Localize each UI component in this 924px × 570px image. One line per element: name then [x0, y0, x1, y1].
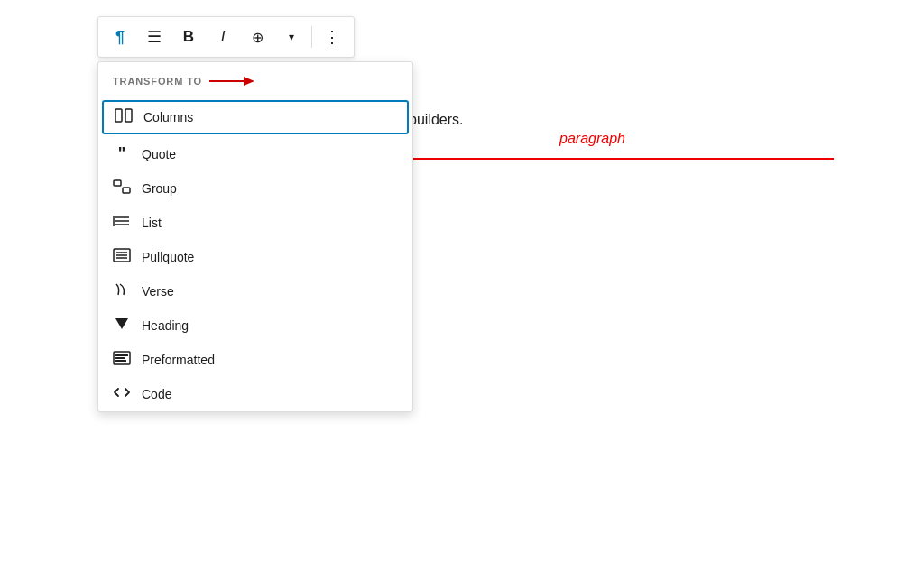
transform-item-verse[interactable]: Verse [98, 274, 412, 308]
transform-header-label: TRANSFORM TO [113, 76, 202, 87]
transform-item-pullquote-label: Pullquote [142, 250, 194, 264]
svg-rect-16 [116, 354, 128, 356]
svg-rect-5 [123, 188, 130, 193]
transform-item-heading[interactable]: Heading [98, 308, 412, 343]
transform-item-code-label: Code [142, 387, 171, 401]
chevron-down-icon: ▾ [289, 31, 294, 43]
toolbar-divider [311, 26, 312, 48]
transform-item-columns-label: Columns [143, 110, 193, 124]
transform-item-pullquote[interactable]: Pullquote [98, 240, 412, 274]
pullquote-icon [113, 248, 131, 266]
paragraph-icon: ¶ [116, 28, 125, 47]
annotation-label: paragraph [559, 131, 625, 147]
annotation-underline [388, 158, 834, 160]
svg-rect-2 [116, 109, 122, 122]
transform-item-verse-label: Verse [142, 284, 174, 299]
transform-item-group-label: Group [142, 181, 177, 196]
transform-item-group[interactable]: Group [98, 171, 412, 206]
svg-rect-4 [114, 180, 121, 186]
transform-item-quote[interactable]: " Quote [98, 136, 412, 171]
align-icon: ☰ [147, 27, 162, 47]
svg-rect-3 [125, 109, 132, 122]
list-icon [113, 214, 131, 232]
preformatted-icon [113, 351, 131, 369]
svg-rect-17 [116, 357, 125, 359]
align-button[interactable]: ☰ [138, 21, 171, 53]
svg-marker-14 [116, 318, 128, 329]
link-icon: ⊕ [252, 29, 263, 46]
italic-button[interactable]: I [207, 21, 239, 53]
quote-icon: " [113, 144, 131, 163]
more-options-button[interactable]: ⋮ [316, 21, 348, 53]
transform-item-code[interactable]: Code [98, 377, 412, 411]
link-button[interactable]: ⊕ [241, 21, 273, 53]
transform-header: TRANSFORM TO [98, 62, 412, 98]
code-icon [113, 385, 131, 403]
transform-item-list-label: List [142, 216, 162, 230]
chevron-button[interactable]: ▾ [275, 21, 308, 53]
bold-icon: B [183, 28, 194, 46]
bold-button[interactable]: B [172, 21, 205, 53]
italic-icon: I [221, 28, 226, 46]
transform-item-heading-label: Heading [142, 318, 189, 333]
transform-item-columns[interactable]: Columns [102, 100, 409, 134]
paragraph-type-button[interactable]: ¶ [104, 21, 136, 53]
block-toolbar: ¶ ☰ B I ⊕ ▾ ⋮ [97, 16, 355, 58]
svg-marker-1 [244, 77, 254, 86]
transform-item-list[interactable]: List [98, 206, 412, 240]
more-icon: ⋮ [324, 27, 341, 47]
transform-dropdown: TRANSFORM TO Columns " Quote Group [97, 61, 413, 412]
group-icon [113, 179, 131, 198]
transform-item-preformatted-label: Preformatted [142, 353, 215, 367]
transform-item-preformatted[interactable]: Preformatted [98, 343, 412, 377]
heading-icon [113, 317, 131, 335]
red-arrow-annotation [209, 71, 254, 91]
svg-rect-18 [116, 360, 126, 362]
verse-icon [113, 282, 131, 300]
transform-item-quote-label: Quote [142, 147, 176, 161]
columns-icon [115, 108, 133, 126]
